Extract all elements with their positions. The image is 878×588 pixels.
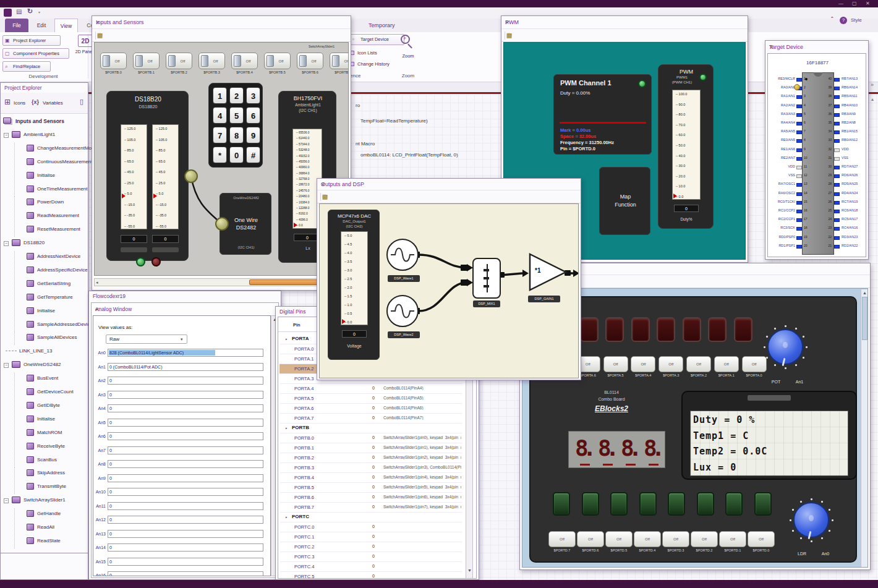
port-group-row[interactable]: PORTC: [292, 514, 309, 519]
ldr-knob[interactable]: [788, 496, 835, 543]
tree-item[interactable]: GetSerialString: [1, 278, 89, 291]
tree-item[interactable]: MatchROM: [1, 427, 89, 440]
grid-icon[interactable]: ▦: [505, 31, 514, 40]
style-button[interactable]: Style: [851, 17, 862, 23]
board-vscrollbar[interactable]: ▲: [861, 289, 868, 568]
tree-item[interactable]: −OneWireDS2482: [1, 359, 89, 372]
target-device-panel-titlebar[interactable]: Target Device×: [765, 41, 868, 53]
dsp-wave2-component[interactable]: [386, 295, 419, 327]
tree-item[interactable]: ReceiveByte: [1, 441, 89, 454]
inputs-sensors-panel-titlebar[interactable]: Inputs and Sensors×: [92, 16, 351, 28]
button-green[interactable]: [754, 492, 772, 516]
analog-value-field[interactable]: 0: [108, 502, 263, 510]
analog-value-field[interactable]: 0: [108, 377, 263, 385]
ribbon-collapse-icon[interactable]: ˆ: [831, 16, 833, 23]
tree-item[interactable]: LINK_LINE_13: [1, 346, 89, 359]
scroll-up-arrow-icon[interactable]: ▲: [863, 291, 867, 295]
pin-row-name[interactable]: PORTA.4: [294, 386, 313, 391]
pin-row-name[interactable]: PORTC.4: [294, 564, 314, 569]
pin-row-name[interactable]: PORTC.3: [294, 554, 314, 560]
tree-item[interactable]: TransmitByte: [1, 481, 89, 494]
tab-view[interactable]: View: [54, 19, 78, 32]
tab-file[interactable]: File: [5, 19, 28, 32]
project-explorer-panel-titlebar[interactable]: Project Explorer: [1, 83, 88, 93]
pin-row-name[interactable]: PORTB.3: [294, 465, 314, 471]
analog-value-field[interactable]: 0: [108, 460, 263, 468]
tree-item[interactable]: GetHandle: [1, 508, 89, 521]
pin2-wire-node[interactable]: [794, 84, 800, 90]
analog-value-field[interactable]: 0: [108, 530, 263, 538]
close-icon[interactable]: ×: [95, 306, 99, 313]
toggle-switch[interactable]: Off: [631, 356, 655, 372]
ribbon-toggle-change-history[interactable]: Change History: [350, 61, 390, 67]
pot-knob[interactable]: [762, 323, 809, 370]
inputs-hscrollbar[interactable]: ◂▸: [94, 278, 350, 286]
pin-row-name[interactable]: PORTC.2: [294, 544, 314, 550]
pin-row-name[interactable]: PORTA.7: [294, 415, 313, 421]
analog-value-field[interactable]: 0: [108, 543, 263, 552]
dsp-mix-component[interactable]: [472, 258, 501, 299]
toggle-switch[interactable]: Off: [714, 356, 739, 372]
tree-item[interactable]: −SwitchArraySlider1: [1, 495, 89, 508]
close-icon[interactable]: ✕: [866, 1, 870, 6]
tree-item[interactable]: OneTimeMeasurement: [1, 184, 89, 197]
ribbon-button-target-device[interactable]: Target Device▫: [350, 34, 404, 45]
tree-item[interactable]: SkipAddress: [1, 467, 89, 480]
toggle-switch[interactable]: Off: [662, 531, 689, 547]
pin-row-name[interactable]: PORTB.7: [294, 505, 314, 510]
zoom-button[interactable]: +: [399, 33, 417, 51]
tree-item[interactable]: PowerDown: [1, 197, 89, 210]
analog-value-field[interactable]: 0: [108, 432, 263, 440]
analog-value-field[interactable]: 0: [108, 404, 263, 412]
tree-item[interactable]: ContinuousMeasurement: [1, 156, 89, 169]
toggle-switch[interactable]: Off: [691, 531, 718, 547]
button-green[interactable]: [639, 492, 657, 516]
pin-row-name[interactable]: PORTC.5: [294, 574, 314, 579]
analog-value-field[interactable]: 0: [108, 419, 263, 427]
map-function-component[interactable]: MapFunction: [599, 167, 650, 235]
pin-row-name[interactable]: PORTB.5: [294, 485, 314, 490]
pin-row-name[interactable]: PORTB.4: [294, 475, 314, 480]
analog-value-field[interactable]: 0: [108, 488, 263, 496]
connection-node[interactable]: [184, 169, 198, 183]
toggle-switch[interactable]: Off: [548, 531, 576, 547]
analog-value-field[interactable]: 0: [108, 446, 263, 454]
grid-icon[interactable]: ▦: [320, 192, 330, 202]
refresh-icon[interactable]: ↻: [27, 7, 33, 15]
scroll-down-arrow-icon[interactable]: ▼: [467, 568, 472, 573]
outputs-dsp-panel-titlebar[interactable]: Outputs and DSP×: [317, 179, 581, 190]
tree-item[interactable]: ReadMeasurement: [1, 210, 89, 223]
button-green[interactable]: [725, 492, 743, 516]
dsp-gain-component[interactable]: *1: [529, 253, 568, 291]
tree-item[interactable]: ReadAll: [1, 522, 89, 535]
tree-item[interactable]: BusEvent: [1, 373, 89, 386]
pin-row-name[interactable]: PORTA.1: [294, 356, 313, 362]
button-green[interactable]: [582, 492, 599, 516]
tree-item[interactable]: −AmbientLight1: [1, 129, 89, 142]
close-icon[interactable]: ×: [96, 19, 100, 26]
scroll-thumb[interactable]: [862, 297, 867, 340]
ribbon-button-project-explorer[interactable]: Project Explorer▣: [2, 35, 61, 46]
pwm-panel-titlebar[interactable]: PWM×: [501, 16, 748, 28]
scroll-left-arrow-icon[interactable]: ◂: [96, 280, 98, 285]
close-icon[interactable]: ×: [769, 44, 773, 51]
pin-row-name[interactable]: PORTA.6: [294, 406, 313, 411]
minimize-icon[interactable]: —: [838, 1, 843, 6]
button-green[interactable]: [668, 492, 685, 516]
tree-item[interactable]: Initialise: [1, 414, 89, 427]
analog-value-field[interactable]: 0: [108, 571, 263, 576]
tree-expander-icon[interactable]: −: [4, 241, 9, 246]
analog-value-field[interactable]: 0: [108, 558, 263, 566]
analog-value-field[interactable]: 0: [108, 391, 263, 399]
analog-view-dropdown[interactable]: Raw▾: [106, 334, 187, 344]
toggle-switch[interactable]: Off: [634, 531, 661, 547]
pin-row-name[interactable]: PORTB.0: [294, 435, 314, 441]
analog-value-field[interactable]: 0: [108, 516, 263, 524]
toggle-switch[interactable]: Off: [658, 356, 683, 372]
tree-item[interactable]: ReadState: [1, 535, 89, 548]
pwm-duty-slider[interactable]: ‒ 100.0‒ 90.0‒ 80.0‒ 70.0‒ 60.0‒ 50.0‒ 4…: [672, 90, 701, 200]
tree-item[interactable]: AddressSpecificDevice: [1, 265, 89, 278]
pin-row-name[interactable]: PORTB.6: [294, 495, 314, 500]
tree-item[interactable]: SampleAllDevices: [1, 332, 89, 345]
ribbon-button-find-replace[interactable]: Find/Replace⌕: [2, 61, 51, 72]
